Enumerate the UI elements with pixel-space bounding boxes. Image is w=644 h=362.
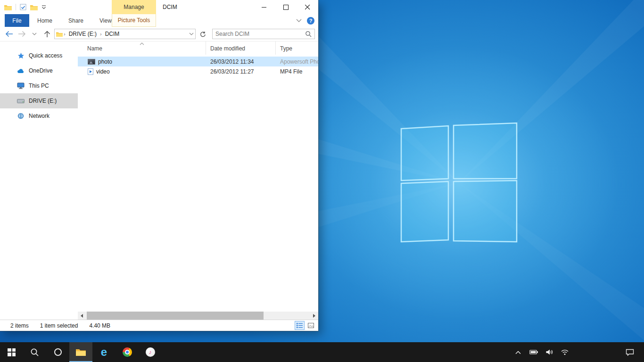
breadcrumb-chevron-icon[interactable]: ›: [63, 31, 66, 37]
ribbon-right-controls: ?: [296, 14, 314, 27]
details-view-icon: [297, 323, 303, 328]
refresh-button[interactable]: [197, 29, 208, 39]
status-bar: 2 items 1 item selected 4.40 MB: [0, 320, 318, 331]
sidebar-item-network[interactable]: Network: [0, 108, 78, 123]
chrome-button[interactable]: [116, 342, 139, 362]
file-row-photo[interactable]: photo 26/03/2012 11:34 Apowersoft Pho: [78, 57, 318, 66]
wifi-network-icon[interactable]: [560, 346, 570, 359]
address-bar[interactable]: › DRIVE (E:) › DCIM: [54, 29, 196, 39]
windows-logo-icon: [8, 348, 16, 356]
horizontal-scrollbar[interactable]: [78, 312, 318, 320]
itunes-button[interactable]: ♪: [139, 342, 162, 362]
cloud-icon: [17, 67, 25, 74]
up-button[interactable]: [41, 28, 53, 40]
breadcrumb-segment-dcim[interactable]: DCIM: [103, 29, 122, 39]
volume-icon[interactable]: [545, 346, 554, 359]
search-icon[interactable]: [305, 31, 312, 37]
sidebar-item-onedrive[interactable]: OneDrive: [0, 63, 78, 78]
tab-home[interactable]: Home: [29, 14, 60, 27]
breadcrumb-chevron-icon[interactable]: ›: [99, 31, 102, 37]
customize-toolbar-chevron-icon[interactable]: [41, 5, 46, 9]
search-icon: [30, 348, 39, 357]
action-center-icon: [626, 349, 634, 356]
sidebar-item-this-pc[interactable]: This PC: [0, 78, 78, 93]
quick-access-toolbar: [0, 4, 46, 10]
manage-contextual-tab[interactable]: Manage: [112, 0, 156, 14]
navigation-pane: Quick access OneDrive This PC DRIVE (E:): [0, 41, 78, 320]
explorer-main: Quick access OneDrive This PC DRIVE (E:): [0, 41, 318, 320]
new-folder-button[interactable]: [30, 4, 38, 10]
recent-locations-chevron-icon[interactable]: [29, 28, 40, 40]
expand-ribbon-chevron-icon[interactable]: [296, 19, 302, 23]
close-icon: [305, 5, 310, 10]
titlebar: Manage DCIM: [0, 0, 318, 14]
internet-explorer-icon: e: [101, 346, 107, 358]
minimize-button[interactable]: [253, 0, 275, 14]
photo-file-icon: [88, 59, 95, 65]
large-icons-view-button[interactable]: [306, 321, 316, 330]
taskbar: e ♪: [0, 342, 644, 362]
video-file-icon: [88, 68, 93, 75]
column-header-date-modified[interactable]: Date modified: [206, 41, 276, 55]
sidebar-item-quick-access[interactable]: Quick access: [0, 48, 78, 63]
refresh-icon: [200, 31, 206, 37]
internet-explorer-button[interactable]: e: [92, 342, 116, 362]
forward-button[interactable]: [16, 28, 27, 40]
column-header-type[interactable]: Type: [276, 41, 318, 55]
hidden-icons-chevron-icon[interactable]: [513, 346, 523, 359]
selection-size: 4.40 MB: [89, 322, 110, 329]
forward-arrow-icon: [18, 31, 26, 37]
sidebar-item-label: This PC: [29, 82, 49, 89]
up-arrow-icon: [44, 31, 50, 38]
file-row-video[interactable]: video 26/03/2012 11:27 MP4 File: [78, 66, 318, 76]
close-button[interactable]: [297, 0, 318, 14]
properties-button[interactable]: [20, 4, 26, 10]
item-count: 2 items: [10, 322, 29, 329]
star-icon: [17, 52, 25, 59]
action-center-button[interactable]: [621, 342, 638, 362]
column-header-name[interactable]: Name: [78, 41, 206, 55]
search-input[interactable]: [215, 31, 305, 37]
scroll-left-arrow[interactable]: [78, 312, 86, 320]
help-icon[interactable]: ?: [307, 17, 314, 25]
windows-logo: [401, 123, 517, 242]
back-button[interactable]: [3, 28, 15, 40]
details-view-button[interactable]: [295, 321, 305, 330]
start-button[interactable]: [0, 342, 23, 362]
taskbar-search-button[interactable]: [23, 342, 46, 362]
tab-share[interactable]: Share: [60, 14, 91, 27]
window-controls: [253, 0, 318, 14]
maximize-button[interactable]: [275, 0, 297, 14]
address-dropdown-chevron-icon[interactable]: [189, 33, 194, 36]
window-title: DCIM: [163, 0, 177, 14]
system-tray: [513, 342, 570, 362]
column-header-label: Date modified: [210, 45, 245, 52]
scrollbar-thumb[interactable]: [87, 312, 264, 320]
tab-picture-tools[interactable]: Picture Tools: [112, 14, 156, 27]
cortana-icon: [54, 348, 62, 356]
file-rows: photo 26/03/2012 11:34 Apowersoft Pho vi…: [78, 55, 318, 320]
breadcrumb-segment-drive[interactable]: DRIVE (E:): [66, 29, 99, 39]
file-name: video: [96, 68, 110, 75]
sort-ascending-icon: [140, 42, 144, 45]
column-header-label: Name: [87, 45, 102, 52]
battery-icon[interactable]: [529, 346, 538, 359]
sidebar-item-drive-e[interactable]: DRIVE (E:): [0, 93, 78, 108]
file-name: photo: [98, 58, 112, 65]
navigation-bar: › DRIVE (E:) › DCIM: [0, 27, 318, 41]
drive-icon: [17, 97, 25, 105]
sidebar-item-label: Network: [29, 113, 50, 119]
taskbar-file-explorer-button[interactable]: [69, 342, 92, 362]
network-icon: [17, 112, 25, 120]
logo-glow: [298, 46, 619, 320]
chrome-icon: [123, 347, 132, 357]
file-type: Apowersoft Pho: [276, 58, 318, 65]
itunes-icon: ♪: [146, 347, 155, 357]
ribbon-tab-row: File Home Share View Picture Tools ?: [0, 14, 318, 27]
file-date-modified: 26/03/2012 11:27: [206, 68, 276, 75]
column-header-label: Type: [280, 45, 292, 52]
file-tab[interactable]: File: [5, 14, 29, 27]
scroll-right-arrow[interactable]: [310, 312, 318, 320]
cortana-button[interactable]: [46, 342, 69, 362]
column-headers: Name Date modified Type: [78, 41, 318, 55]
